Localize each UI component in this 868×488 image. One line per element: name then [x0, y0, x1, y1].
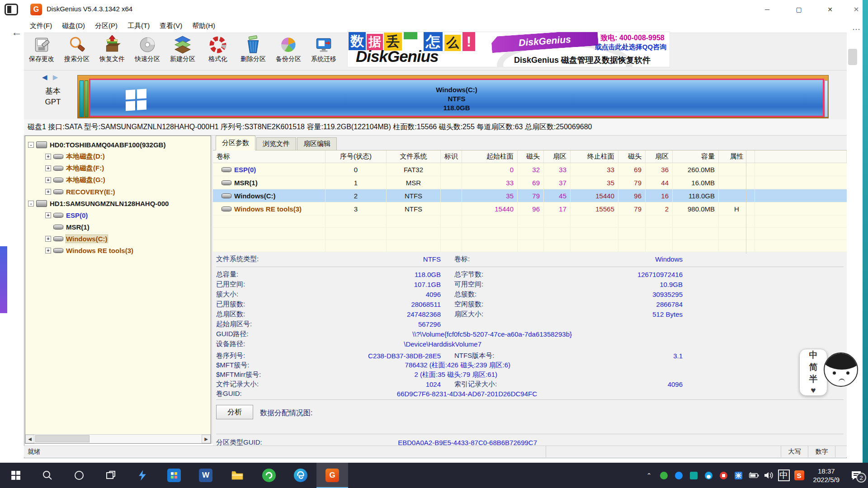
tree-item[interactable]: +RECOVERY(E:) — [25, 186, 211, 197]
start-button[interactable] — [0, 463, 32, 488]
ime-indicator[interactable]: 中 — [778, 469, 790, 481]
scrollbar-track[interactable] — [34, 435, 202, 443]
partition-windows-segment[interactable]: Windows(C:) NTFS 118.0GB — [89, 79, 824, 117]
file-explorer-button[interactable] — [222, 463, 253, 488]
ad-banner[interactable]: 数 据 丢 怎 么 ! DiskGenius DiskGenius 致电: 40… — [347, 32, 670, 67]
table-row[interactable]: ESP(0)0FAT3203233336936260.0MB — [213, 163, 847, 176]
close-button[interactable]: ✕ — [818, 0, 842, 19]
tree-toggle-icon[interactable]: + — [45, 165, 51, 171]
tree-toggle-icon[interactable]: - — [28, 142, 34, 148]
tree-toggle-icon[interactable]: + — [45, 189, 51, 195]
tree-item[interactable]: -HD1:SAMSUNGMZNLN128HAHQ-000 — [25, 197, 211, 209]
tree-item[interactable]: +本地磁盘(F:) — [25, 162, 211, 174]
menu-view[interactable]: 查看(V) — [155, 19, 187, 33]
table-row[interactable]: MSR(1)1MSR33693735794416.0MB — [213, 176, 847, 189]
ime-float-widget[interactable]: 中 简 半 ♥ — [799, 346, 863, 399]
column-header[interactable]: 起始柱面 — [462, 150, 518, 163]
tree-toggle-icon[interactable]: + — [45, 154, 51, 160]
tree-hscrollbar[interactable]: ◀ ▶ — [25, 434, 211, 443]
delete-partition-button[interactable]: 删除分区 — [236, 33, 271, 70]
speaker-icon[interactable] — [763, 470, 774, 481]
tree-item[interactable]: +ESP(0) — [25, 209, 211, 221]
ime-status-pill[interactable]: 中 简 半 ♥ — [799, 349, 827, 396]
tree-toggle-icon[interactable]: + — [45, 248, 51, 253]
snowflake-icon[interactable] — [733, 470, 744, 481]
banner-forward-icon[interactable]: ▶ — [53, 73, 58, 81]
column-header[interactable]: 终止柱面 — [571, 150, 618, 163]
menu-disk[interactable]: 磁盘(D) — [57, 19, 90, 33]
sogou-icon[interactable]: S — [794, 470, 805, 481]
table-row[interactable]: Windows(C:)2NTFS357945154409616118.0GB — [213, 189, 847, 202]
column-header[interactable]: 磁头 — [518, 150, 544, 163]
menu-partition[interactable]: 分区(P) — [90, 19, 123, 33]
browser-green-button[interactable] — [253, 463, 285, 488]
disk-map[interactable]: Windows(C:) NTFS 118.0GB — [77, 75, 829, 118]
analyze-button[interactable]: 分析 — [216, 405, 253, 419]
tab-partition-params[interactable]: 分区参数 — [216, 136, 255, 150]
search-partition-button[interactable]: 搜索分区 — [59, 33, 94, 70]
background-close-icon[interactable]: ✕ — [849, 3, 863, 16]
tray-red-icon[interactable] — [718, 470, 729, 481]
tray-blue-icon[interactable] — [674, 470, 684, 481]
column-header[interactable]: 磁头 — [618, 150, 646, 163]
ad-qq-link[interactable]: 或点击此处选择QQ咨询 — [592, 43, 670, 52]
format-button[interactable]: 格式化 — [200, 33, 236, 70]
edge-button[interactable] — [285, 463, 316, 488]
battery-icon[interactable] — [748, 470, 759, 481]
column-header[interactable]: 卷标 — [213, 150, 326, 163]
tray-expand-icon[interactable]: ⌃ — [644, 470, 655, 481]
menu-help[interactable]: 帮助(H) — [187, 19, 220, 33]
column-header[interactable]: 扇区 — [544, 150, 571, 163]
tree-toggle-icon[interactable]: + — [45, 236, 51, 242]
tree-toggle-icon[interactable]: + — [45, 212, 51, 218]
store-button[interactable] — [158, 463, 190, 488]
tree-item[interactable]: +本地磁盘(G:) — [25, 174, 211, 186]
partition-msr-segment[interactable] — [85, 80, 88, 117]
column-header[interactable]: 文件系统 — [387, 150, 441, 163]
partition-esp-segment[interactable] — [80, 80, 84, 117]
new-partition-button[interactable]: 新建分区 — [165, 33, 200, 70]
app-bolt-button[interactable] — [127, 463, 158, 488]
tree-item[interactable]: +Windows(C:) — [25, 233, 211, 244]
menu-tools[interactable]: 工具(T) — [123, 19, 155, 33]
taskbar-search-button[interactable] — [32, 463, 63, 488]
diskgenius-taskbar-button[interactable]: G — [316, 463, 348, 488]
partition-re-segment[interactable] — [825, 80, 828, 117]
tree-item[interactable]: +本地磁盘(D:) — [25, 150, 211, 162]
scrollbar-thumb[interactable] — [35, 435, 90, 442]
maximize-button[interactable]: ▢ — [787, 0, 811, 19]
tab-browse-files[interactable]: 浏览文件 — [256, 137, 296, 150]
column-header[interactable]: 属性 — [719, 150, 755, 163]
tree-item[interactable]: +Windows RE tools(3) — [25, 244, 211, 256]
quick-partition-button[interactable]: 快速分区 — [130, 33, 165, 70]
tree-toggle-icon[interactable]: - — [28, 201, 34, 206]
tray-green-icon[interactable] — [659, 470, 670, 481]
scroll-right-arrow-icon[interactable]: ▶ — [202, 435, 211, 443]
word-button[interactable]: W — [190, 463, 222, 488]
task-view-button[interactable] — [95, 463, 127, 488]
backup-partition-button[interactable]: 备份分区 — [271, 33, 306, 70]
tray-teal-icon[interactable] — [689, 470, 699, 481]
notification-center-button[interactable]: 2 — [848, 467, 864, 483]
background-more-icon[interactable]: ⋯ — [849, 23, 863, 35]
column-header[interactable]: 扇区 — [646, 150, 673, 163]
tree-item[interactable]: -HD0:TOSHIBAMQ04ABF100(932GB) — [25, 139, 211, 150]
minimize-button[interactable]: ─ — [755, 0, 779, 19]
cortana-button[interactable] — [63, 463, 95, 488]
menu-file[interactable]: 文件(F) — [25, 19, 57, 33]
tree-item[interactable]: MSR(1) — [25, 221, 211, 233]
column-header[interactable]: 容量 — [673, 150, 719, 163]
save-changes-button[interactable]: 保存更改 — [24, 33, 59, 70]
tab-sector-edit[interactable]: 扇区编辑 — [297, 137, 337, 150]
recover-files-button[interactable]: 恢复文件 — [94, 33, 130, 70]
tree-toggle-icon[interactable]: + — [45, 177, 51, 183]
tray-qq-icon[interactable] — [703, 470, 714, 481]
table-row[interactable]: Windows RE tools(3)3NTFS1544096171556579… — [213, 202, 847, 216]
column-header[interactable]: 标识 — [441, 150, 462, 163]
background-scrollbar-thumb[interactable] — [848, 49, 857, 65]
taskbar-clock[interactable]: 18:37 2022/5/9 — [809, 467, 844, 484]
back-arrow-icon[interactable]: ← — [10, 25, 24, 39]
banner-back-icon[interactable]: ◀ — [42, 73, 47, 81]
scroll-left-arrow-icon[interactable]: ◀ — [25, 435, 34, 443]
system-migration-button[interactable]: 系统迁移 — [306, 33, 341, 70]
